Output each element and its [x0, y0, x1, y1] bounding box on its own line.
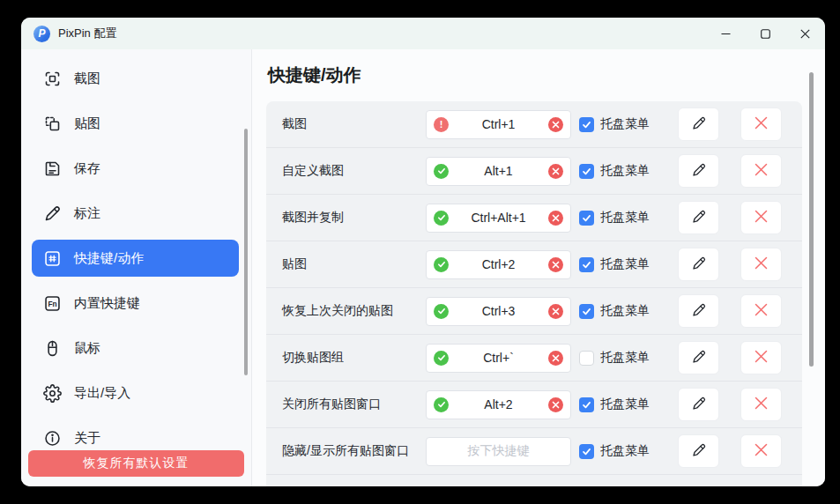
sidebar-item-mouse[interactable]: 鼠标 — [32, 330, 239, 367]
pencil-icon — [691, 256, 707, 274]
action-label: 切换贴图组 — [282, 350, 426, 366]
hotkey-input[interactable]: Ctrl+1 — [426, 110, 571, 139]
hotkey-input[interactable]: 按下快捷键 — [426, 437, 571, 466]
mouse-icon — [42, 338, 62, 358]
tray-menu-label: 托盘菜单 — [600, 163, 650, 179]
hotkey-row: 关闭所有贴图窗口 Alt+2 托盘菜单 — [266, 382, 802, 428]
sidebar-item-label: 关于 — [74, 430, 100, 447]
edit-hotkey-button[interactable] — [678, 341, 719, 374]
hotkey-status-icon — [434, 164, 449, 179]
sidebar-item-screenshot[interactable]: 截图 — [32, 60, 239, 97]
sidebar-item-fn[interactable]: Fn 内置快捷键 — [32, 285, 239, 322]
clear-hotkey-icon[interactable] — [548, 304, 563, 319]
delete-hotkey-button[interactable] — [740, 388, 782, 421]
sidebar: 截图 贴图 保存 标注 快捷键/动作 Fn 内置快捷键 鼠标 导出/导入 关于 … — [21, 49, 252, 486]
content-scrollbar[interactable] — [809, 72, 814, 367]
close-button[interactable] — [785, 18, 825, 49]
sidebar-item-label: 标注 — [74, 205, 100, 222]
hotkey-row: 自定义截图 Alt+1 托盘菜单 — [266, 148, 802, 195]
hotkey-input[interactable]: Ctrl+` — [426, 344, 571, 373]
window-controls — [706, 18, 825, 49]
edit-hotkey-button[interactable] — [678, 248, 719, 281]
sidebar-item-label: 内置快捷键 — [74, 295, 140, 312]
hotkey-input[interactable]: Alt+1 — [426, 157, 571, 186]
tray-menu-option: 托盘菜单 — [579, 163, 657, 179]
about-icon — [42, 428, 62, 448]
tray-menu-checkbox[interactable] — [579, 257, 594, 272]
hotkey-row: 贴图 Ctrl+2 托盘菜单 — [266, 241, 802, 288]
hotkey-input[interactable]: Ctrl+Alt+1 — [426, 204, 571, 233]
pixpin-settings-window: P PixPin 配置 截图 贴图 保存 标注 — [21, 18, 825, 486]
sidebar-item-label: 导出/导入 — [74, 385, 130, 402]
hotkey-value: Ctrl+Alt+1 — [449, 211, 548, 225]
sidebar-scrollbar[interactable] — [244, 129, 248, 375]
action-label: 关闭所有贴图窗口 — [282, 397, 426, 412]
tray-menu-checkbox[interactable] — [579, 444, 594, 459]
maximize-button[interactable] — [746, 18, 785, 49]
sidebar-item-label: 贴图 — [74, 115, 100, 132]
tray-menu-checkbox[interactable] — [579, 164, 594, 179]
delete-x-icon — [754, 209, 769, 226]
delete-hotkey-button[interactable] — [740, 154, 782, 188]
sidebar-item-label: 快捷键/动作 — [74, 250, 144, 267]
delete-hotkey-button[interactable] — [740, 434, 782, 468]
main-content: 快捷键/动作 截图 Ctrl+1 托盘菜单 — [252, 49, 825, 486]
hotkey-status-icon — [434, 304, 449, 319]
sidebar-item-label: 保存 — [74, 160, 100, 177]
tray-menu-option: 托盘菜单 — [579, 397, 657, 412]
edit-hotkey-button[interactable] — [678, 201, 719, 234]
screenshot-icon — [42, 69, 62, 88]
clear-hotkey-icon[interactable] — [548, 211, 563, 226]
action-label: 自定义截图 — [282, 163, 426, 179]
delete-hotkey-button[interactable] — [740, 248, 782, 281]
tray-menu-option: 托盘菜单 — [579, 303, 657, 319]
tray-menu-checkbox[interactable] — [579, 397, 594, 412]
pencil-icon — [691, 209, 707, 227]
reset-defaults-button[interactable]: 恢复所有默认设置 — [28, 450, 244, 477]
clear-hotkey-icon[interactable] — [548, 351, 563, 366]
sidebar-item-export-import[interactable]: 导出/导入 — [32, 374, 239, 411]
hotkey-icon — [42, 248, 62, 268]
fn-icon: Fn — [42, 293, 62, 313]
delete-hotkey-button[interactable] — [740, 201, 782, 234]
hotkey-input[interactable]: Ctrl+2 — [426, 250, 571, 279]
pencil-icon — [691, 115, 707, 134]
hotkey-input[interactable]: Alt+2 — [426, 390, 571, 419]
sidebar-item-pin-image[interactable]: 贴图 — [32, 105, 239, 142]
sidebar-item-annotate[interactable]: 标注 — [32, 195, 239, 232]
tray-menu-checkbox[interactable] — [579, 351, 594, 366]
action-label: 恢复上次关闭的贴图 — [282, 303, 426, 319]
tray-menu-checkbox[interactable] — [579, 211, 594, 226]
tray-menu-option: 托盘菜单 — [579, 210, 657, 226]
delete-hotkey-button[interactable] — [740, 294, 782, 328]
sidebar-item-hotkey[interactable]: 快捷键/动作 — [32, 240, 239, 277]
delete-hotkey-button[interactable] — [740, 107, 782, 141]
hotkey-status-icon — [434, 117, 449, 132]
pencil-icon — [691, 162, 707, 181]
tray-menu-label: 托盘菜单 — [600, 350, 650, 366]
edit-hotkey-button[interactable] — [678, 294, 719, 328]
edit-hotkey-button[interactable] — [678, 107, 719, 141]
edit-hotkey-button[interactable] — [678, 154, 719, 188]
clear-hotkey-icon[interactable] — [548, 397, 563, 412]
edit-hotkey-button[interactable] — [678, 434, 719, 468]
clear-hotkey-icon[interactable] — [548, 257, 563, 272]
sidebar-item-save[interactable]: 保存 — [32, 150, 239, 187]
edit-hotkey-button[interactable] — [678, 388, 719, 421]
pencil-icon — [691, 349, 707, 367]
tray-menu-label: 托盘菜单 — [600, 210, 650, 226]
minimize-button[interactable] — [706, 18, 746, 49]
tray-menu-checkbox[interactable] — [579, 117, 594, 132]
delete-hotkey-button[interactable] — [740, 341, 782, 374]
hotkey-status-icon — [434, 351, 449, 366]
clear-hotkey-icon[interactable] — [548, 164, 563, 179]
tray-menu-option: 托盘菜单 — [579, 350, 657, 366]
tray-menu-option: 托盘菜单 — [579, 443, 657, 459]
clear-hotkey-icon[interactable] — [548, 117, 563, 132]
tray-menu-checkbox[interactable] — [579, 304, 594, 319]
hotkey-status-icon — [434, 211, 449, 226]
hotkey-input[interactable]: Ctrl+3 — [426, 297, 571, 326]
tray-menu-option: 托盘菜单 — [579, 256, 657, 272]
hotkey-value: Ctrl+2 — [449, 257, 548, 271]
sidebar-nav: 截图 贴图 保存 标注 快捷键/动作 Fn 内置快捷键 鼠标 导出/导入 关于 — [21, 60, 251, 456]
